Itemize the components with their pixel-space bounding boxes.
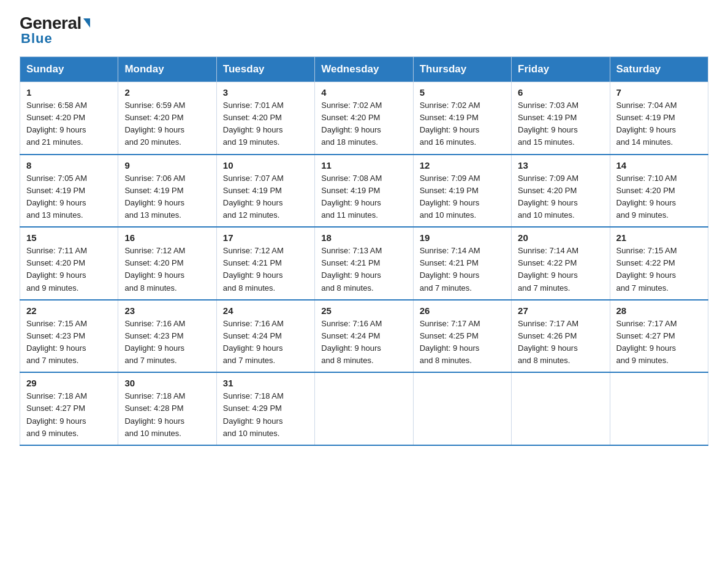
day-number: 18	[321, 232, 406, 243]
sunset-label: Sunset: 4:20 PM	[321, 113, 380, 122]
day-number: 10	[223, 160, 308, 170]
daylight-label: Daylight: 9 hours	[26, 198, 86, 207]
calendar-cell	[512, 372, 610, 445]
week-row-3: 15Sunrise: 7:11 AMSunset: 4:20 PMDayligh…	[20, 227, 708, 300]
daylight-label: Daylight: 9 hours	[420, 270, 480, 280]
sunrise-label: Sunrise: 7:16 AM	[124, 319, 185, 328]
daylight-minutes: and 7 minutes.	[124, 356, 176, 365]
weekday-header-thursday: Thursday	[413, 57, 511, 82]
sunset-label: Sunset: 4:24 PM	[223, 331, 282, 340]
day-number: 21	[616, 232, 702, 243]
calendar-cell: 27Sunrise: 7:17 AMSunset: 4:26 PMDayligh…	[512, 300, 610, 373]
day-info: Sunrise: 7:17 AMSunset: 4:27 PMDaylight:…	[616, 318, 702, 367]
daylight-label: Daylight: 9 hours	[124, 270, 184, 280]
sunrise-label: Sunrise: 7:03 AM	[518, 101, 578, 110]
sunrise-label: Sunrise: 7:18 AM	[223, 391, 284, 400]
daylight-label: Daylight: 9 hours	[223, 343, 283, 353]
day-number: 4	[321, 87, 406, 98]
daylight-minutes: and 16 minutes.	[420, 137, 477, 147]
calendar-cell: 1Sunrise: 6:58 AMSunset: 4:20 PMDaylight…	[20, 82, 118, 155]
day-number: 27	[518, 305, 603, 316]
calendar-cell: 13Sunrise: 7:09 AMSunset: 4:20 PMDayligh…	[512, 155, 610, 228]
day-info: Sunrise: 7:02 AMSunset: 4:19 PMDaylight:…	[420, 99, 505, 149]
sunset-label: Sunset: 4:25 PM	[420, 331, 479, 340]
sunrise-label: Sunrise: 7:02 AM	[321, 101, 382, 110]
calendar-cell: 12Sunrise: 7:09 AMSunset: 4:19 PMDayligh…	[413, 155, 511, 228]
day-number: 22	[26, 305, 112, 316]
sunset-label: Sunset: 4:20 PM	[124, 258, 183, 267]
day-number: 20	[518, 232, 603, 243]
day-info: Sunrise: 7:13 AMSunset: 4:21 PMDaylight:…	[321, 245, 406, 294]
daylight-label: Daylight: 9 hours	[518, 198, 578, 207]
day-number: 28	[616, 305, 702, 316]
sunrise-label: Sunrise: 7:17 AM	[616, 319, 677, 328]
daylight-minutes: and 19 minutes.	[223, 137, 280, 147]
calendar-cell: 25Sunrise: 7:16 AMSunset: 4:24 PMDayligh…	[315, 300, 413, 373]
sunset-label: Sunset: 4:20 PM	[26, 258, 85, 267]
day-number: 17	[223, 232, 308, 243]
daylight-label: Daylight: 9 hours	[420, 125, 480, 134]
daylight-label: Daylight: 9 hours	[26, 416, 86, 426]
day-info: Sunrise: 7:16 AMSunset: 4:24 PMDaylight:…	[223, 318, 308, 367]
sunrise-label: Sunrise: 7:16 AM	[223, 319, 284, 328]
daylight-label: Daylight: 9 hours	[26, 270, 86, 280]
daylight-minutes: and 10 minutes.	[223, 429, 280, 438]
sunrise-label: Sunrise: 7:05 AM	[26, 174, 87, 183]
day-number: 5	[420, 87, 505, 98]
calendar-cell: 22Sunrise: 7:15 AMSunset: 4:23 PMDayligh…	[20, 300, 118, 373]
calendar-cell: 20Sunrise: 7:14 AMSunset: 4:22 PMDayligh…	[512, 227, 610, 300]
sunset-label: Sunset: 4:20 PM	[124, 113, 183, 122]
day-info: Sunrise: 7:09 AMSunset: 4:19 PMDaylight:…	[420, 172, 505, 222]
day-info: Sunrise: 7:16 AMSunset: 4:24 PMDaylight:…	[321, 318, 406, 367]
calendar-cell: 4Sunrise: 7:02 AMSunset: 4:20 PMDaylight…	[315, 82, 413, 155]
sunset-label: Sunset: 4:19 PM	[420, 186, 479, 195]
sunrise-label: Sunrise: 7:04 AM	[616, 101, 677, 110]
sunset-label: Sunset: 4:27 PM	[616, 331, 675, 340]
day-number: 16	[124, 232, 210, 243]
calendar-cell: 16Sunrise: 7:12 AMSunset: 4:20 PMDayligh…	[118, 227, 216, 300]
logo: General Blue	[20, 15, 90, 47]
sunset-label: Sunset: 4:21 PM	[223, 258, 282, 267]
day-info: Sunrise: 7:15 AMSunset: 4:23 PMDaylight:…	[26, 318, 112, 367]
day-info: Sunrise: 7:02 AMSunset: 4:20 PMDaylight:…	[321, 99, 406, 149]
sunset-label: Sunset: 4:19 PM	[223, 186, 282, 195]
day-number: 31	[223, 378, 308, 388]
daylight-minutes: and 7 minutes.	[420, 283, 472, 293]
daylight-minutes: and 7 minutes.	[26, 356, 78, 365]
sunrise-label: Sunrise: 7:06 AM	[124, 174, 185, 183]
calendar-cell: 17Sunrise: 7:12 AMSunset: 4:21 PMDayligh…	[216, 227, 314, 300]
calendar-cell: 2Sunrise: 6:59 AMSunset: 4:20 PMDaylight…	[118, 82, 216, 155]
day-info: Sunrise: 7:18 AMSunset: 4:27 PMDaylight:…	[26, 390, 112, 440]
sunrise-label: Sunrise: 7:14 AM	[518, 246, 578, 255]
calendar-header-row: SundayMondayTuesdayWednesdayThursdayFrid…	[20, 57, 708, 82]
day-info: Sunrise: 7:17 AMSunset: 4:25 PMDaylight:…	[420, 318, 505, 367]
daylight-minutes: and 10 minutes.	[124, 429, 181, 438]
daylight-label: Daylight: 9 hours	[616, 270, 677, 280]
day-info: Sunrise: 7:12 AMSunset: 4:21 PMDaylight:…	[223, 245, 308, 294]
day-info: Sunrise: 7:05 AMSunset: 4:19 PMDaylight:…	[26, 172, 112, 222]
day-info: Sunrise: 7:10 AMSunset: 4:20 PMDaylight:…	[616, 172, 702, 222]
calendar-cell: 7Sunrise: 7:04 AMSunset: 4:19 PMDaylight…	[610, 82, 708, 155]
sunrise-label: Sunrise: 7:09 AM	[420, 174, 480, 183]
daylight-label: Daylight: 9 hours	[616, 343, 677, 353]
day-number: 6	[518, 87, 603, 98]
weekday-header-tuesday: Tuesday	[216, 57, 314, 82]
daylight-label: Daylight: 9 hours	[518, 343, 578, 353]
sunrise-label: Sunrise: 7:07 AM	[223, 174, 284, 183]
daylight-label: Daylight: 9 hours	[124, 198, 184, 207]
daylight-minutes: and 21 minutes.	[26, 137, 83, 147]
sunrise-label: Sunrise: 7:01 AM	[223, 101, 284, 110]
day-info: Sunrise: 6:58 AMSunset: 4:20 PMDaylight:…	[26, 99, 112, 149]
calendar-cell: 3Sunrise: 7:01 AMSunset: 4:20 PMDaylight…	[216, 82, 314, 155]
calendar-cell: 31Sunrise: 7:18 AMSunset: 4:29 PMDayligh…	[216, 372, 314, 445]
day-info: Sunrise: 7:14 AMSunset: 4:22 PMDaylight:…	[518, 245, 603, 294]
daylight-label: Daylight: 9 hours	[124, 125, 184, 134]
daylight-label: Daylight: 9 hours	[420, 343, 480, 353]
day-info: Sunrise: 7:06 AMSunset: 4:19 PMDaylight:…	[124, 172, 210, 222]
calendar-cell: 29Sunrise: 7:18 AMSunset: 4:27 PMDayligh…	[20, 372, 118, 445]
sunset-label: Sunset: 4:28 PM	[124, 404, 183, 413]
sunrise-label: Sunrise: 7:11 AM	[26, 246, 87, 255]
day-number: 2	[124, 87, 210, 98]
daylight-label: Daylight: 9 hours	[223, 416, 283, 426]
sunset-label: Sunset: 4:24 PM	[321, 331, 380, 340]
